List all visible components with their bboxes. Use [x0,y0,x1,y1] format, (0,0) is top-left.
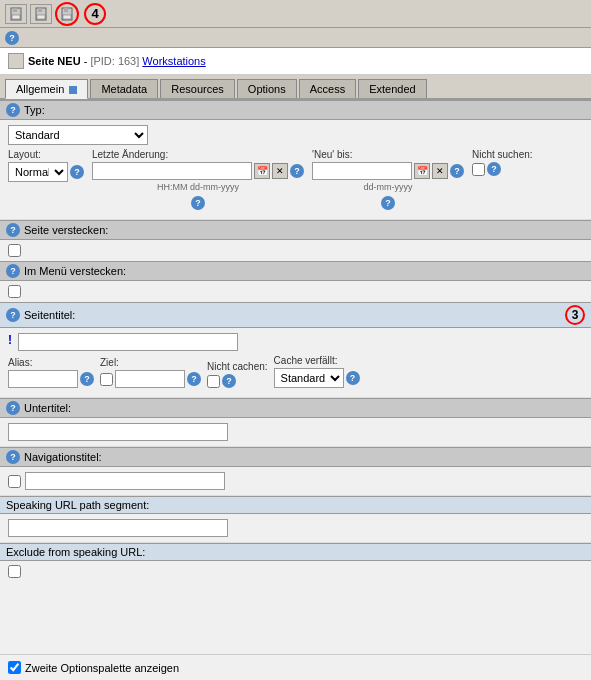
navigationstitel-form [0,467,591,496]
layout-select[interactable]: Normal [8,162,68,182]
alias-group: Alias: ? [8,357,94,388]
navigationstitel-header: ? Navigationstitel: [0,447,591,467]
layout-label: Layout: [8,149,84,160]
help-icon[interactable]: ? [5,31,19,45]
seite-verstecken-label: Seite verstecken: [24,224,108,236]
untertitel-help-icon[interactable]: ? [6,401,20,415]
speaking-url-label: Speaking URL path segment: [6,499,149,511]
exclude-speaking-url-header: Exclude from speaking URL: [0,543,591,561]
typ-type-row: Standard [8,125,583,145]
typ-details-row: Layout: Normal ? Letzte Änderung: 📅 ✕ ? … [8,149,583,210]
type-group: Standard [8,125,148,145]
tab-access-label: Access [310,83,345,95]
neu-bis-clear-icon[interactable]: ✕ [432,163,448,179]
svg-rect-4 [38,8,42,12]
untertitel-input[interactable] [8,423,228,441]
save-close-button[interactable] [55,2,79,26]
typ-form-section: Standard Layout: Normal ? Letzte Änderun… [0,120,591,220]
letzte-aenderung-input[interactable] [92,162,252,180]
typ-header-label: Typ: [24,104,45,116]
alias-label: Alias: [8,357,94,368]
neu-bis-input[interactable] [312,162,412,180]
letzte-aenderung-format: HH:MM dd-mm-yyyy [92,182,304,192]
alias-input[interactable] [8,370,78,388]
zweite-optionspalette-checkbox[interactable] [8,661,21,674]
pid-label: [PID: 163] [90,55,139,67]
letzte-aenderung-bottom-help[interactable]: ? [191,196,205,210]
zweite-optionspalette-label: Zweite Optionspalette anzeigen [25,662,179,674]
ziel-group: Ziel: ? [100,357,201,388]
tab-metadata[interactable]: Metadata [90,79,158,98]
seite-verstecken-checkbox[interactable] [8,244,21,257]
ziel-help-icon[interactable]: ? [187,372,201,386]
help-bar: ? [0,28,591,48]
seite-verstecken-header: ? Seite verstecken: [0,220,591,240]
bottom-bar: Zweite Optionspalette anzeigen [0,654,591,680]
cache-verfaellt-select[interactable]: Standard [274,368,344,388]
navigationstitel-checkbox[interactable] [8,475,21,488]
tab-options[interactable]: Options [237,79,297,98]
tab-allgemein-indicator [69,86,77,94]
letzte-aenderung-clear-icon[interactable]: ✕ [272,163,288,179]
page-icon [8,53,24,69]
nicht-suchen-label: Nicht suchen: [472,149,533,160]
cache-verfaellt-group: Cache verfällt: Standard ? [274,355,360,388]
tab-access[interactable]: Access [299,79,356,98]
speaking-url-input[interactable] [8,519,228,537]
seitentitel-input[interactable] [18,333,238,351]
im-menu-verstecken-row [0,281,591,302]
toolbar-number: 4 [84,3,106,25]
letzte-aenderung-calendar-icon[interactable]: 📅 [254,163,270,179]
tab-extended-label: Extended [369,83,415,95]
layout-help-icon[interactable]: ? [70,165,84,179]
neu-bis-label: 'Neu' bis: [312,149,464,160]
im-menu-help-icon[interactable]: ? [6,264,20,278]
tab-allgemein-label: Allgemein [16,83,64,95]
untertitel-form [0,418,591,447]
seitentitel-form: ! Alias: ? Ziel: ? [0,328,591,398]
neu-bis-bottom-help[interactable]: ? [381,196,395,210]
nicht-cachen-checkbox[interactable] [207,375,220,388]
seite-verstecken-help-icon[interactable]: ? [6,223,20,237]
navigationstitel-input[interactable] [25,472,225,490]
ziel-input[interactable] [115,370,185,388]
nicht-suchen-checkbox[interactable] [472,163,485,176]
ziel-checkbox[interactable] [100,373,113,386]
letzte-aenderung-help-icon[interactable]: ? [290,164,304,178]
tab-resources[interactable]: Resources [160,79,235,98]
alias-help-icon[interactable]: ? [80,372,94,386]
neu-bis-calendar-icon[interactable]: 📅 [414,163,430,179]
layout-group: Layout: Normal ? [8,149,84,182]
speaking-url-header: Speaking URL path segment: [0,496,591,514]
nicht-cachen-label: Nicht cachen: [207,361,268,372]
save-new-button[interactable] [30,4,52,24]
cache-verfaellt-help-icon[interactable]: ? [346,371,360,385]
nicht-suchen-help-icon[interactable]: ? [487,162,501,176]
tab-options-label: Options [248,83,286,95]
seitentitel-label: Seitentitel: [24,309,75,321]
tab-extended[interactable]: Extended [358,79,426,98]
untertitel-label: Untertitel: [24,402,71,414]
navigationstitel-help-icon[interactable]: ? [6,450,20,464]
type-select[interactable]: Standard [8,125,148,145]
tab-resources-label: Resources [171,83,224,95]
neu-bis-help-icon[interactable]: ? [450,164,464,178]
im-menu-checkbox[interactable] [8,285,21,298]
svg-rect-1 [13,8,17,12]
page-new-label: Seite NEU [28,55,81,67]
exclude-speaking-url-checkbox[interactable] [8,565,21,578]
navigationstitel-label: Navigationstitel: [24,451,102,463]
exclude-speaking-url-row [0,561,591,582]
typ-help-icon[interactable]: ? [6,103,20,117]
workstations-link[interactable]: Workstations [142,55,205,67]
content-area: ? Typ: Standard Layout: Normal ? [0,100,591,612]
seitentitel-help-icon[interactable]: ? [6,308,20,322]
svg-rect-5 [37,15,45,19]
page-header-text: Seite NEU - [PID: 163] Workstations [28,55,206,67]
seitentitel-input-row: ! [8,333,583,351]
save-button[interactable] [5,4,27,24]
svg-rect-7 [64,8,68,12]
tabs-container: Allgemein Metadata Resources Options Acc… [0,75,591,100]
tab-allgemein[interactable]: Allgemein [5,79,88,99]
nicht-cachen-help-icon[interactable]: ? [222,374,236,388]
